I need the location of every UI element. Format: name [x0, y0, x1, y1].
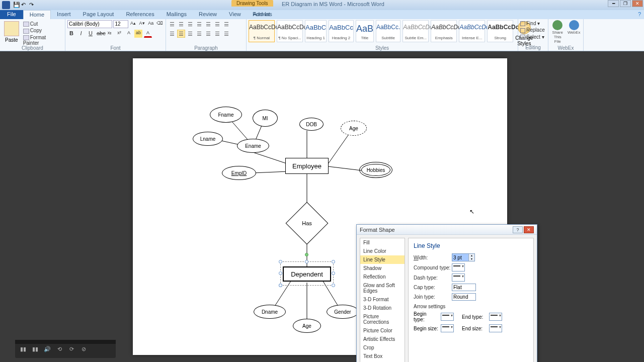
resize-handle-n[interactable]: [305, 260, 308, 263]
width-input[interactable]: [452, 254, 468, 261]
resize-handle-se[interactable]: [332, 284, 335, 287]
style-intense-emphasis[interactable]: AaBbCcDcIntense E...: [459, 20, 485, 42]
nav-picture-corrections[interactable]: Picture Corrections: [360, 312, 405, 326]
dash-type-combo[interactable]: [452, 274, 465, 282]
align-right-button[interactable]: [186, 30, 194, 38]
er-attr-age2[interactable]: Age: [293, 319, 321, 333]
copy-button[interactable]: Copy: [23, 28, 63, 33]
style-normal[interactable]: AaBbCcDc¶ Normal: [249, 20, 275, 42]
tab-insert[interactable]: Insert: [51, 10, 77, 19]
text-effects-button[interactable]: A: [125, 30, 133, 38]
share-file-button[interactable]: Share This File: [550, 20, 565, 45]
end-type-combo[interactable]: [489, 313, 502, 321]
width-up[interactable]: ▴: [468, 254, 474, 257]
highlight-button[interactable]: ab: [134, 30, 142, 38]
line-spacing-button[interactable]: [204, 30, 212, 38]
superscript-button[interactable]: x²: [115, 30, 123, 38]
style-subtle-emphasis[interactable]: AaBbCcDcSubtle Em...: [403, 20, 429, 42]
er-entity-dependent[interactable]: Dependent: [283, 266, 331, 282]
font-size-combo[interactable]: 12: [113, 20, 128, 28]
paste-button[interactable]: Paste: [2, 20, 21, 45]
tab-mailings[interactable]: Mailings: [160, 10, 193, 19]
subscript-button[interactable]: x₂: [106, 30, 114, 38]
style-emphasis[interactable]: AaBbCcDcEmphasis: [431, 20, 457, 42]
nav-crop[interactable]: Crop: [360, 343, 405, 352]
sort-button[interactable]: [213, 20, 221, 28]
er-attr-hobbies[interactable]: Hobbies: [359, 162, 392, 178]
er-attr-dname[interactable]: Dname: [254, 305, 286, 319]
minimize-button[interactable]: ━: [608, 0, 619, 7]
redo-icon[interactable]: ↷: [29, 2, 36, 9]
shrink-font-button[interactable]: A▾: [138, 20, 146, 28]
change-case-button[interactable]: Aa: [147, 20, 155, 28]
save-icon[interactable]: 💾: [13, 2, 20, 9]
play-button[interactable]: ▮▮: [18, 346, 28, 356]
nav-3d-format[interactable]: 3-D Format: [360, 295, 405, 304]
nav-picture-color[interactable]: Picture Color: [360, 326, 405, 335]
justify-button[interactable]: [195, 30, 203, 38]
pause-button[interactable]: ▮▮: [30, 346, 40, 356]
nav-reflection[interactable]: Reflection: [360, 273, 405, 281]
dialog-titlebar[interactable]: Format Shape ? ✕: [357, 225, 537, 235]
strikethrough-button[interactable]: abc: [96, 30, 104, 38]
shading-button[interactable]: [213, 30, 221, 38]
align-center-button[interactable]: [177, 30, 185, 38]
numbering-button[interactable]: [177, 20, 185, 28]
resize-handle-ne[interactable]: [332, 260, 335, 263]
resize-handle-w[interactable]: [279, 272, 282, 275]
resize-handle-s[interactable]: [279, 284, 282, 287]
er-attr-ename[interactable]: Ename: [237, 139, 269, 153]
select-button[interactable]: Select ▾: [520, 34, 546, 40]
er-relationship-has[interactable]: Has: [292, 208, 322, 238]
er-attr-mi[interactable]: MI: [253, 110, 278, 127]
width-down[interactable]: ▾: [468, 257, 474, 261]
multilevel-button[interactable]: [186, 20, 194, 28]
rewind-button[interactable]: ⟲: [54, 346, 64, 356]
rotate-handle[interactable]: [305, 253, 308, 256]
nav-line-color[interactable]: Line Color: [360, 247, 405, 255]
forward-button[interactable]: ⟳: [66, 346, 76, 356]
resize-handle-e[interactable]: [332, 272, 335, 275]
dialog-close-button[interactable]: ✕: [524, 226, 534, 233]
align-left-button[interactable]: [168, 30, 176, 38]
begin-size-combo[interactable]: [441, 324, 454, 332]
style-subtitle[interactable]: AaBbCc.Subtitle: [376, 20, 400, 42]
nav-3d-rotation[interactable]: 3-D Rotation: [360, 304, 405, 312]
decrease-indent-button[interactable]: [195, 20, 203, 28]
join-type-combo[interactable]: Round: [452, 293, 476, 301]
nav-line-style[interactable]: Line Style: [360, 255, 405, 264]
grow-font-button[interactable]: A▴: [129, 20, 137, 28]
show-marks-button[interactable]: [222, 20, 230, 28]
nav-glow[interactable]: Glow and Soft Edges: [360, 281, 405, 295]
clear-formatting-button[interactable]: ⌫: [155, 20, 164, 28]
tab-format[interactable]: Format: [247, 10, 276, 18]
undo-icon[interactable]: ↶: [21, 2, 28, 9]
tab-review[interactable]: Review: [193, 10, 223, 19]
file-tab[interactable]: File: [0, 10, 23, 19]
dialog-help-button[interactable]: ?: [513, 226, 523, 233]
bullets-button[interactable]: [168, 20, 176, 28]
er-attr-age[interactable]: Age: [341, 121, 367, 136]
format-painter-button[interactable]: Format Painter: [23, 35, 63, 46]
close-button[interactable]: ✕: [632, 0, 643, 7]
underline-button[interactable]: U: [87, 30, 95, 38]
style-heading1[interactable]: AaBbCHeading 1: [305, 20, 327, 42]
tab-references[interactable]: References: [120, 10, 160, 19]
font-color-button[interactable]: A: [144, 30, 152, 38]
er-attr-empid[interactable]: EmpID: [222, 166, 256, 180]
resize-handle-nw[interactable]: [279, 260, 282, 263]
replace-button[interactable]: Replace: [520, 27, 546, 33]
width-spinner[interactable]: ▴▾: [452, 253, 475, 261]
er-attr-lname[interactable]: Lname: [193, 132, 223, 146]
style-no-spacing[interactable]: AaBbCcDc¶ No Spaci...: [277, 20, 303, 42]
tab-page-layout[interactable]: Page Layout: [77, 10, 120, 19]
nav-shadow[interactable]: Shadow: [360, 264, 405, 273]
find-button[interactable]: Find ▾: [520, 20, 546, 27]
end-size-combo[interactable]: [489, 324, 502, 332]
style-heading2[interactable]: AaBbCcHeading 2: [329, 20, 354, 42]
er-entity-employee[interactable]: Employee: [285, 158, 329, 174]
er-attr-gender[interactable]: Gender: [327, 305, 359, 319]
increase-indent-button[interactable]: [204, 20, 212, 28]
help-icon[interactable]: ?: [638, 11, 641, 17]
player-timeline[interactable]: [15, 340, 116, 344]
